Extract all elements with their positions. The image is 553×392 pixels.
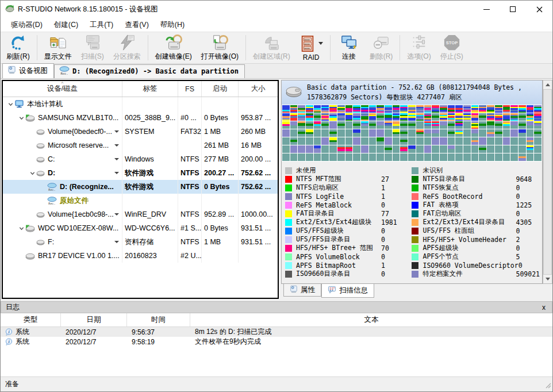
tree-row[interactable]: WDC WD10EZEX-08W...WD-WCC6Y6...#1 S...0 … bbox=[3, 221, 278, 235]
scan-block bbox=[290, 129, 298, 137]
log-column-time[interactable]: 时间 bbox=[127, 313, 190, 326]
scan-block bbox=[321, 121, 329, 129]
chevron-down-icon[interactable] bbox=[318, 42, 323, 45]
scan-block bbox=[290, 105, 298, 113]
scan-block bbox=[495, 153, 502, 161]
tree-row[interactable]: Microsoft reserve...261 MB16 MB bbox=[3, 139, 278, 152]
chevron-down-icon[interactable] bbox=[114, 158, 119, 160]
create-image-button[interactable]: 创建镜像(E) bbox=[151, 33, 197, 62]
refresh-button[interactable]: 刷新(R) bbox=[2, 33, 34, 62]
log-column-type[interactable]: 类型 bbox=[1, 313, 61, 326]
expand-chevron-icon[interactable] bbox=[17, 116, 25, 121]
scan-block bbox=[448, 153, 455, 161]
legend-right-column: 未识别NTFS目录条目9648NTFS恢复点0ReFS BootRecord0F… bbox=[412, 166, 540, 278]
legend-swatch bbox=[285, 228, 292, 235]
scan-block bbox=[377, 137, 384, 145]
device-name: Volume{0bedecf0-... bbox=[48, 128, 112, 136]
tree-row[interactable]: D:软件游戏NTFS200.27 ...752.62 ... bbox=[3, 166, 278, 180]
label-cell: SYSTEM bbox=[122, 125, 178, 139]
column-header-label[interactable]: 标签 bbox=[122, 81, 178, 97]
device-name: Microsoft reserve... bbox=[48, 141, 109, 149]
chevron-down-icon[interactable] bbox=[114, 241, 119, 243]
tree-row[interactable]: C:WindowsNTFS277 MB200.00 ... bbox=[3, 152, 278, 166]
log-close-button[interactable]: x bbox=[540, 303, 547, 312]
close-button[interactable] bbox=[526, 1, 552, 18]
column-header-device[interactable]: ^设备/磁盘 bbox=[3, 81, 122, 97]
scan-block bbox=[345, 153, 353, 161]
menu-item-0[interactable]: 驱动器(D) bbox=[5, 18, 48, 32]
boot-cell: 0 Bytes bbox=[202, 111, 239, 125]
scan-block bbox=[479, 121, 486, 129]
tree-row[interactable]: Rec.D: (Recognize...软件游戏NTFS0 Bytes752.6… bbox=[3, 180, 278, 194]
chevron-down-icon[interactable] bbox=[114, 130, 119, 133]
menu-item-4[interactable]: 帮助(H) bbox=[155, 18, 190, 32]
menu-item-3[interactable]: 查看(V) bbox=[119, 18, 155, 32]
partition-search-button: 分区搜索 bbox=[109, 33, 145, 62]
scan-block bbox=[495, 105, 502, 113]
log-rows: i系统2020/12/79:56:378m 12s 的 D: 扫描已完成i系统2… bbox=[1, 327, 552, 347]
chevron-down-icon[interactable] bbox=[114, 172, 119, 174]
tree-row[interactable]: Volume{1ecb0c98-...WinRE_DRVNTFS952.89 .… bbox=[3, 207, 278, 221]
chevron-down-icon[interactable] bbox=[114, 213, 119, 216]
scan-partition-header[interactable]: Basic data partition - 752.62 GB (808121… bbox=[282, 80, 542, 105]
tree-row[interactable]: Rec.原始文件 bbox=[3, 194, 278, 207]
size-cell: 1000.00... bbox=[239, 207, 278, 221]
expand-chevron-icon[interactable] bbox=[17, 226, 25, 231]
scan-block bbox=[353, 145, 360, 153]
tree-row[interactable]: 本地计算机 bbox=[3, 97, 278, 111]
log-column-text[interactable]: 文本 bbox=[190, 313, 552, 326]
expand-chevron-icon[interactable] bbox=[6, 102, 14, 107]
legend-swatch bbox=[412, 210, 418, 217]
open-image-button[interactable]: 打开镜像(O) bbox=[197, 33, 243, 62]
column-header-size[interactable]: 大小 bbox=[239, 81, 278, 97]
scroll-down-icon[interactable] bbox=[543, 275, 552, 283]
tree-row[interactable]: F:资料存储NTFS1 MB931.51 ... bbox=[3, 235, 278, 249]
column-header-fs[interactable]: FS bbox=[178, 81, 202, 97]
legend-item: APFS个节点5 bbox=[412, 252, 540, 261]
tree-row[interactable]: BR17 DEVICE V1.00 1....20160823#2 U... bbox=[3, 249, 278, 263]
expand-chevron-icon[interactable] bbox=[28, 171, 36, 176]
legend-swatch bbox=[285, 245, 292, 252]
show-files-button[interactable]: 显示文件 bbox=[40, 33, 76, 62]
log-text: 文件枚举在9秒内完成 bbox=[190, 337, 552, 347]
chevron-down-icon[interactable] bbox=[114, 144, 119, 147]
raid-button[interactable]: RAID bbox=[295, 33, 328, 62]
legend-item: NTFS恢复点0 bbox=[412, 183, 540, 192]
scan-block bbox=[353, 129, 360, 137]
log-row[interactable]: i系统2020/12/79:56:378m 12s 的 D: 扫描已完成 bbox=[1, 327, 552, 337]
menu-item-1[interactable]: 创建(C) bbox=[48, 18, 84, 32]
scan-block bbox=[369, 137, 377, 145]
log-row[interactable]: i系统2020/12/79:58:19文件枚举在9秒内完成 bbox=[1, 337, 552, 347]
scan-block bbox=[298, 145, 305, 153]
tree-row[interactable]: Volume{0bedecf0-...SYSTEMFAT321 MB260 MB bbox=[3, 125, 278, 139]
scan-block bbox=[432, 121, 439, 129]
legend-swatch bbox=[285, 236, 292, 243]
tree-row[interactable]: SAMSUNG MZVLB1T0...0025_388B_9...#0 ...0… bbox=[3, 111, 278, 125]
scan-block bbox=[321, 145, 329, 153]
scroll-up-icon[interactable] bbox=[543, 80, 552, 89]
minimize-button[interactable] bbox=[473, 1, 500, 18]
delete-button: 删除(R) bbox=[365, 33, 398, 62]
scan-block bbox=[329, 145, 337, 153]
legend-item: FAT目录条目77 bbox=[285, 209, 412, 218]
resize-grip[interactable] bbox=[544, 382, 551, 390]
scrollbar-thumb[interactable] bbox=[543, 89, 552, 275]
label-cell: 软件游戏 bbox=[122, 180, 178, 194]
column-header-boot[interactable]: 启动 bbox=[202, 81, 239, 97]
menu-item-2[interactable]: 工具(T) bbox=[84, 18, 119, 32]
log-column-date[interactable]: 日期 bbox=[61, 313, 127, 326]
tab-recognized-partition[interactable]: Rec. D: (Recognized0) -> Basic data part… bbox=[54, 64, 245, 78]
log-title: 日志 bbox=[6, 302, 20, 312]
tab-properties[interactable]: 属性 bbox=[283, 284, 321, 297]
menu-bar: 驱动器(D)创建(C)工具(T)查看(V)帮助(H) bbox=[1, 18, 552, 32]
tab-device-view[interactable]: 设备视图 bbox=[2, 63, 54, 78]
scan-block bbox=[361, 145, 368, 153]
connect-button[interactable]: 连接 bbox=[333, 33, 365, 62]
maximize-button[interactable] bbox=[500, 1, 526, 18]
scrollbar-vertical[interactable] bbox=[543, 80, 552, 284]
legend-label: ReFS MetaBlock bbox=[296, 201, 381, 209]
scan-block bbox=[510, 105, 518, 113]
scan-block bbox=[471, 105, 479, 113]
tab-scan-info[interactable]: 扫描信息 bbox=[321, 284, 374, 298]
scan-block bbox=[432, 105, 439, 113]
